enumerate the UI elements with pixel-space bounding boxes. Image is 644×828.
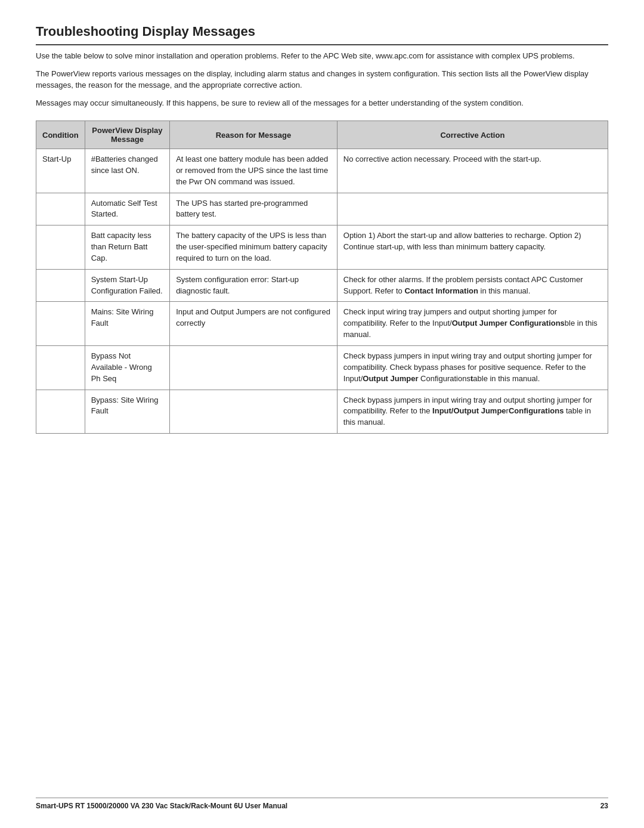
cell-reason: Input and Output Jumpers are not configu…: [170, 302, 338, 346]
table-row: Start-Up#Batteries changed since last ON…: [36, 149, 608, 193]
cell-corrective: Check bypass jumpers in input wiring tra…: [337, 390, 608, 434]
cell-powerview: Batt capacity less than Return Batt Cap.: [85, 225, 169, 270]
page-title: Troubleshooting Display Messages: [36, 24, 608, 45]
cell-condition: [36, 302, 85, 346]
cell-powerview: Bypass Not Available - Wrong Ph Seq: [85, 345, 169, 390]
cell-reason: The battery capacity of the UPS is less …: [170, 225, 338, 270]
cell-reason: System configuration error: Start-up dia…: [170, 269, 338, 302]
cell-condition: [36, 345, 85, 390]
cell-powerview: #Batteries changed since last ON.: [85, 149, 169, 193]
header-reason: Reason for Message: [170, 121, 338, 149]
cell-corrective: Check bypass jumpers in input wiring tra…: [337, 345, 608, 390]
table-row: Bypass Not Available - Wrong Ph SeqCheck…: [36, 345, 608, 390]
footer-left: Smart-UPS RT 15000/20000 VA 230 Vac Stac…: [36, 802, 287, 810]
cell-corrective: Check input wiring tray jumpers and outp…: [337, 302, 608, 346]
table-row: System Start-Up Configuration Failed.Sys…: [36, 269, 608, 302]
table-row: Batt capacity less than Return Batt Cap.…: [36, 225, 608, 270]
cell-powerview: Mains: Site Wiring Fault: [85, 302, 169, 346]
cell-reason: [170, 345, 338, 390]
troubleshooting-table: Condition PowerView Display Message Reas…: [36, 121, 608, 434]
intro-paragraph-2: The PowerView reports various messages o…: [36, 68, 608, 91]
cell-powerview: Bypass: Site Wiring Fault: [85, 390, 169, 434]
footer-right: 23: [600, 802, 608, 810]
cell-reason: At least one battery module has been add…: [170, 149, 338, 193]
cell-condition: [36, 269, 85, 302]
table-row: Mains: Site Wiring FaultInput and Output…: [36, 302, 608, 346]
intro-paragraph-1: Use the table below to solve minor insta…: [36, 50, 608, 62]
header-corrective: Corrective Action: [337, 121, 608, 149]
cell-corrective: Option 1) Abort the start-up and allow b…: [337, 225, 608, 270]
cell-corrective: No corrective action necessary. Proceed …: [337, 149, 608, 193]
table-row: Automatic Self Test Started.The UPS has …: [36, 193, 608, 225]
cell-powerview: System Start-Up Configuration Failed.: [85, 269, 169, 302]
table-header-row: Condition PowerView Display Message Reas…: [36, 121, 608, 149]
table-row: Bypass: Site Wiring FaultCheck bypass ju…: [36, 390, 608, 434]
page-footer: Smart-UPS RT 15000/20000 VA 230 Vac Stac…: [36, 798, 608, 810]
header-powerview: PowerView Display Message: [85, 121, 169, 149]
header-condition: Condition: [36, 121, 85, 149]
cell-corrective: Check for other alarms. If the problem p…: [337, 269, 608, 302]
cell-condition: [36, 390, 85, 434]
cell-reason: The UPS has started pre-programmed batte…: [170, 193, 338, 225]
intro-paragraph-3: Messages may occur simultaneously. If th…: [36, 97, 608, 109]
cell-powerview: Automatic Self Test Started.: [85, 193, 169, 225]
cell-reason: [170, 390, 338, 434]
cell-condition: [36, 193, 85, 225]
cell-condition: [36, 225, 85, 270]
cell-condition: Start-Up: [36, 149, 85, 193]
cell-corrective: [337, 193, 608, 225]
